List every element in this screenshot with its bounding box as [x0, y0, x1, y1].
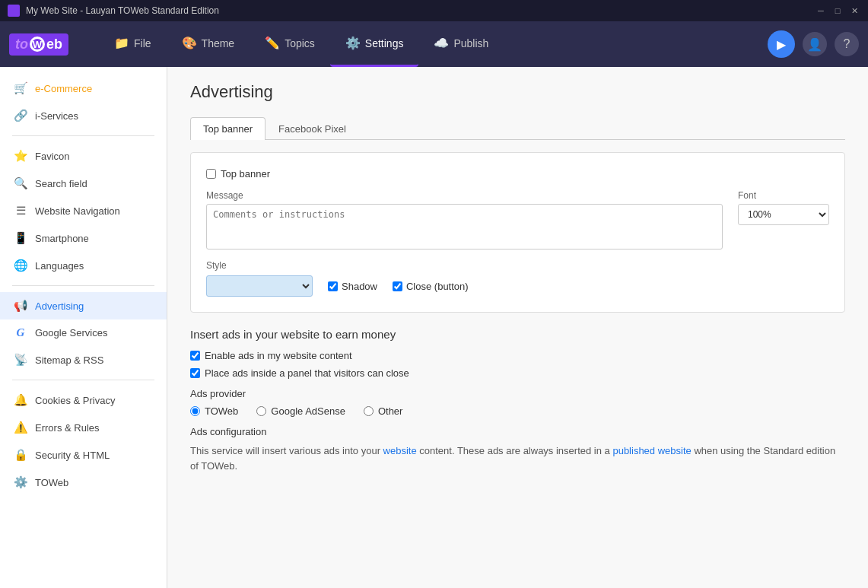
close-button[interactable]: ✕ — [848, 5, 860, 17]
sidebar-item-cookies[interactable]: 🔔 Cookies & Privacy — [0, 386, 167, 414]
top-banner-label: Top banner — [221, 168, 270, 180]
sidebar-item-ecommerce[interactable]: 🛒 e-Commerce — [0, 75, 167, 102]
settings-icon: ⚙️ — [345, 36, 361, 50]
ads-panel-checkbox[interactable] — [190, 368, 200, 378]
errors-icon: ⚠️ — [14, 421, 27, 434]
sidebar-item-toweb[interactable]: ⚙️ TOWeb — [0, 469, 167, 496]
radio-toweb-input[interactable] — [190, 406, 200, 416]
sidebar-item-navigation[interactable]: ☰ Website Navigation — [0, 197, 167, 224]
sidebar-divider-1 — [12, 135, 154, 136]
favicon-icon: ⭐ — [14, 149, 27, 163]
tab-facebook-pixel[interactable]: Facebook Pixel — [265, 117, 359, 140]
languages-icon: 🌐 — [14, 259, 27, 272]
ads-enable-checkbox[interactable] — [190, 351, 200, 361]
top-banner-panel: Top banner Message Font 100% Style — [190, 152, 845, 313]
nav-publish[interactable]: ☁️ Publish — [418, 21, 504, 67]
titlebar: My Web Site - Lauyan TOWeb Standard Edit… — [0, 0, 868, 21]
main-layout: 🛒 e-Commerce 🔗 i-Services ⭐ Favicon 🔍 Se… — [0, 67, 868, 588]
shadow-checkbox-label: Shadow — [328, 281, 377, 292]
sidebar-item-search[interactable]: 🔍 Search field — [0, 170, 167, 197]
window-controls: ─ □ ✕ — [815, 5, 860, 17]
style-label: Style — [206, 260, 829, 271]
ads-panel-label: Place ads inside a panel that visitors c… — [205, 367, 409, 379]
font-group: Font 100% — [738, 190, 829, 250]
cookies-icon: 🔔 — [14, 393, 27, 407]
shadow-label: Shadow — [342, 281, 377, 292]
advertising-icon: 📢 — [14, 299, 27, 313]
file-icon: 📁 — [114, 36, 129, 50]
shadow-checkbox[interactable] — [328, 281, 338, 291]
close-button-checkbox-label: Close (button) — [393, 281, 469, 292]
help-button[interactable]: ? — [835, 32, 859, 56]
message-group: Message — [206, 190, 723, 250]
radio-google-adsense: Google AdSense — [256, 405, 345, 417]
app-icon — [8, 5, 20, 17]
titlebar-title: My Web Site - Lauyan TOWeb Standard Edit… — [26, 5, 219, 16]
play-button[interactable]: ▶ — [768, 30, 795, 58]
sidebar: 🛒 e-Commerce 🔗 i-Services ⭐ Favicon 🔍 Se… — [0, 67, 167, 588]
sidebar-divider-2 — [12, 285, 154, 286]
radio-google-adsense-input[interactable] — [256, 406, 266, 416]
sidebar-item-security[interactable]: 🔒 Security & HTML — [0, 441, 167, 469]
ads-config-text: This service will insert various ads int… — [190, 443, 845, 473]
main-nav: 📁 File 🎨 Theme ✏️ Topics ⚙️ Settings ☁️ … — [99, 21, 768, 67]
top-banner-checkbox[interactable] — [206, 169, 216, 179]
sidebar-item-sitemap[interactable]: 📡 Sitemap & RSS — [0, 346, 167, 373]
ads-section: Insert ads in your website to earn money… — [190, 328, 845, 473]
radio-toweb-label: TOWeb — [205, 405, 238, 417]
message-label: Message — [206, 190, 723, 201]
sidebar-divider-3 — [12, 380, 154, 380]
close-button-label: Close (button) — [406, 281, 469, 292]
style-row-container: Style Shadow Close (button) — [206, 260, 829, 297]
message-textarea[interactable] — [206, 204, 723, 250]
nav-settings[interactable]: ⚙️ Settings — [330, 21, 419, 67]
sidebar-item-advertising[interactable]: 📢 Advertising — [0, 292, 167, 319]
ads-enable-label: Enable ads in my website content — [205, 350, 352, 361]
navigation-icon: ☰ — [14, 204, 27, 218]
ads-provider-radio-group: TOWeb Google AdSense Other — [190, 405, 845, 417]
sidebar-item-favicon[interactable]: ⭐ Favicon — [0, 142, 167, 170]
radio-google-adsense-label: Google AdSense — [271, 405, 345, 417]
toolbar-right: ▶ 👤 ? — [768, 30, 859, 58]
font-label: Font — [738, 190, 829, 201]
google-icon: G — [14, 326, 27, 339]
security-icon: 🔒 — [14, 448, 27, 462]
topics-icon: ✏️ — [265, 36, 280, 50]
logo: toWeb — [9, 33, 68, 56]
sidebar-item-smartphone[interactable]: 📱 Smartphone — [0, 224, 167, 252]
sidebar-item-languages[interactable]: 🌐 Languages — [0, 252, 167, 279]
ecommerce-icon: 🛒 — [14, 81, 27, 95]
ads-provider-label: Ads provider — [190, 388, 845, 399]
font-select[interactable]: 100% — [738, 204, 829, 225]
sidebar-item-google[interactable]: G Google Services — [0, 319, 167, 346]
top-banner-checkbox-row: Top banner — [206, 168, 829, 180]
ads-title: Insert ads in your website to earn money — [190, 328, 845, 341]
smartphone-icon: 📱 — [14, 231, 27, 245]
account-button[interactable]: 👤 — [803, 32, 827, 56]
maximize-button[interactable]: □ — [831, 5, 844, 17]
tab-top-banner[interactable]: Top banner — [190, 117, 265, 140]
iservices-icon: 🔗 — [14, 109, 27, 122]
publish-icon: ☁️ — [434, 36, 449, 50]
style-row: Shadow Close (button) — [206, 275, 829, 297]
content-area: Advertising Top banner Facebook Pixel To… — [167, 67, 868, 588]
close-button-checkbox[interactable] — [393, 281, 402, 291]
sidebar-item-iservices[interactable]: 🔗 i-Services — [0, 102, 167, 129]
theme-icon: 🎨 — [182, 36, 197, 50]
sitemap-icon: 📡 — [14, 353, 27, 367]
message-font-row: Message Font 100% — [206, 190, 829, 250]
radio-other-label: Other — [378, 405, 403, 417]
style-select[interactable] — [206, 275, 313, 297]
sidebar-item-errors[interactable]: ⚠️ Errors & Rules — [0, 414, 167, 441]
radio-other-input[interactable] — [364, 406, 374, 416]
ads-config-label: Ads configuration — [190, 426, 845, 437]
minimize-button[interactable]: ─ — [815, 5, 827, 17]
toolbar: toWeb 📁 File 🎨 Theme ✏️ Topics ⚙️ Settin… — [0, 21, 868, 67]
nav-topics[interactable]: ✏️ Topics — [250, 21, 330, 67]
nav-file[interactable]: 📁 File — [99, 21, 167, 67]
ads-checkbox1-row: Enable ads in my website content — [190, 350, 845, 361]
page-title: Advertising — [190, 82, 845, 102]
nav-theme[interactable]: 🎨 Theme — [167, 21, 250, 67]
radio-other: Other — [364, 405, 403, 417]
radio-toweb: TOWeb — [190, 405, 238, 417]
